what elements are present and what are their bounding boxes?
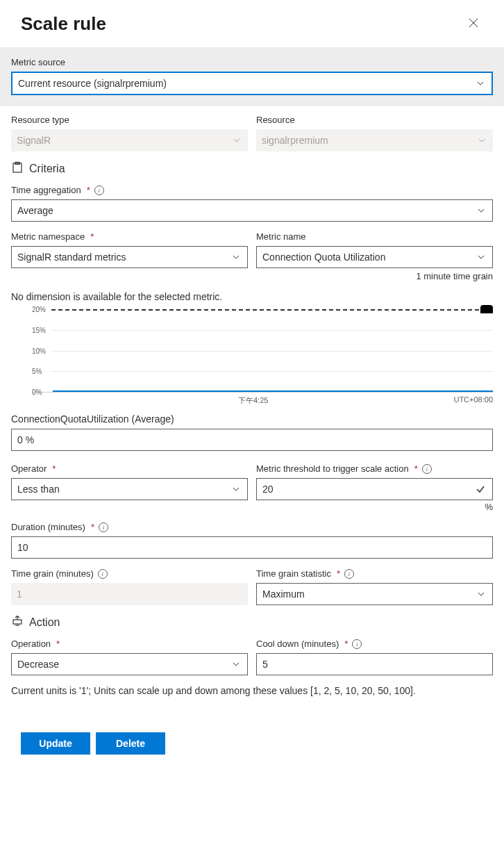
operator-value: Less than [17,484,60,495]
required-asterisk: * [90,231,94,242]
metric-namespace-select[interactable]: SignalR standard metrics [11,246,248,268]
threshold-input[interactable]: 20 [256,478,493,500]
criteria-section-title: Criteria [11,161,493,176]
chevron-down-icon [232,253,240,261]
required-asterisk: * [337,568,340,579]
threshold-label: Metric threshold to trigger scale action… [256,463,493,474]
operation-value: Decrease [17,659,59,670]
chevron-down-icon [232,660,240,668]
info-icon[interactable]: i [98,569,108,579]
operator-label: Operator * [11,463,248,474]
panel-title: Scale rule [21,13,106,35]
time-grain-label: Time grain (minutes) i [11,568,248,579]
metric-name-label: Metric name [256,231,493,242]
resource-select: signalrpremium [256,129,493,151]
cooldown-value: 5 [262,659,268,670]
required-asterisk: * [87,185,90,195]
series-label: ConnectionQuotaUtilization (Average) [11,413,493,425]
info-icon[interactable]: i [352,639,362,649]
info-icon[interactable]: i [94,186,104,195]
scale-icon [11,615,24,630]
duration-value: 10 [17,542,28,553]
operator-select[interactable]: Less than [11,478,248,500]
metric-name-select[interactable]: Connection Quota Utilization [256,246,493,268]
metric-source-value: Current resource (signalrpremium) [18,78,167,89]
series-line [53,390,493,392]
action-section-title: Action [11,615,493,630]
info-icon[interactable]: i [344,569,354,579]
threshold-line [51,309,493,311]
metric-source-label: Metric source [11,57,493,67]
required-asterisk: * [414,463,418,474]
checkmark-icon [476,484,485,494]
resource-value: signalrpremium [262,135,328,146]
y-tick: 15% [32,326,46,334]
chevron-down-icon [476,79,485,88]
chevron-down-icon [477,253,485,261]
series-value: 0 % [17,434,34,445]
time-grain-note: 1 minute time grain [256,271,493,281]
chevron-down-icon [477,590,485,598]
time-aggregation-select[interactable]: Average [11,199,493,222]
update-button[interactable]: Update [21,732,90,755]
criteria-title-text: Criteria [29,163,65,175]
chevron-down-icon [478,136,486,145]
threshold-value: 20 [262,484,274,495]
gridline [51,371,493,372]
metric-chart: 20% 15% 10% 5% 0% 下午4:25 UTC+08:00 [11,309,493,406]
metric-source-section: Metric source Current resource (signalrp… [0,47,504,106]
metric-namespace-value: SignalR standard metrics [17,252,126,263]
chevron-down-icon [477,206,485,215]
required-asterisk: * [52,463,56,474]
time-grain-input: 1 [11,583,248,605]
svg-rect-4 [13,620,22,624]
duration-input[interactable]: 10 [11,536,493,559]
metric-source-select[interactable]: Current resource (signalrpremium) [11,72,493,95]
clipboard-icon [11,161,24,176]
metric-namespace-label: Metric namespace * [11,231,248,242]
y-tick: 5% [32,368,42,375]
threshold-unit: % [256,502,493,512]
chart-marker-icon [480,305,493,313]
time-aggregation-value: Average [17,205,53,216]
y-tick: 20% [32,306,46,313]
x-axis-center: 下午4:25 [53,395,453,406]
cooldown-label: Cool down (minutes) * i [256,639,493,649]
time-aggregation-label: Time aggregation * i [11,185,493,195]
info-icon[interactable]: i [422,464,432,474]
metric-name-value: Connection Quota Utilization [262,252,385,263]
required-asterisk: * [91,522,94,532]
panel-header: Scale rule [0,0,504,47]
gridline [51,351,493,352]
x-axis-right: UTC+08:00 [453,395,493,406]
info-icon[interactable]: i [99,522,108,532]
operation-label: Operation * [11,639,248,649]
duration-label: Duration (minutes) * i [11,522,493,532]
no-dimension-text: No dimension is available for the select… [11,291,493,302]
cooldown-input[interactable]: 5 [256,653,493,675]
gridline [51,330,493,331]
y-tick: 0% [32,388,42,396]
chevron-down-icon [232,485,240,493]
chevron-down-icon [233,136,241,145]
resource-type-select: SignalR [11,129,248,151]
resource-type-value: SignalR [17,135,51,146]
time-grain-statistic-value: Maximum [262,588,305,600]
time-grain-value: 1 [17,588,22,600]
time-grain-statistic-select[interactable]: Maximum [256,583,493,605]
series-value-display: 0 % [11,429,493,451]
close-icon [469,18,478,30]
action-title-text: Action [29,616,60,629]
resource-type-label: Resource type [11,115,248,125]
y-tick: 10% [32,347,46,354]
operation-select[interactable]: Decrease [11,653,248,675]
close-button[interactable] [462,13,485,35]
required-asterisk: * [344,639,348,649]
delete-button[interactable]: Delete [96,732,165,755]
resource-label: Resource [256,115,493,125]
footer: Update Delete [0,724,504,768]
required-asterisk: * [56,639,60,649]
scale-units-note: Current units is '1'; Units can scale up… [11,685,493,696]
time-grain-statistic-label: Time grain statistic * i [256,568,493,579]
